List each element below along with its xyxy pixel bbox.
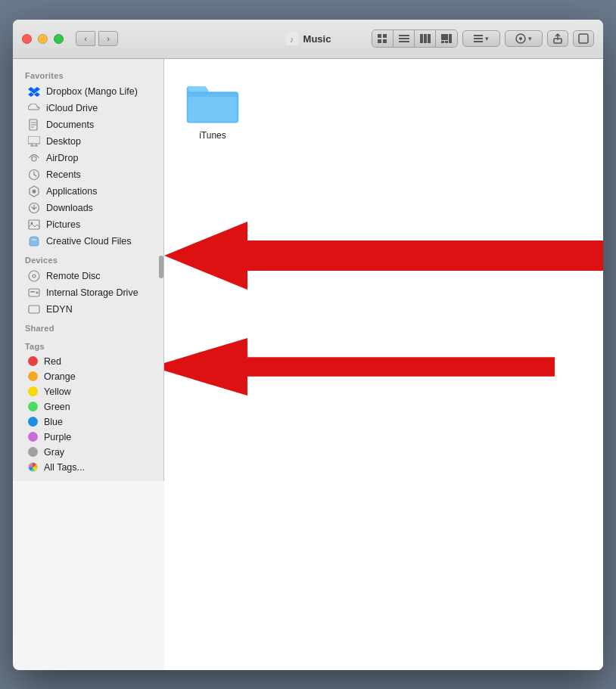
desktop-label: Desktop xyxy=(46,136,81,147)
applications-icon xyxy=(28,185,40,197)
sidebar-item-icloud[interactable]: iCloud Drive xyxy=(16,100,160,116)
devices-label: Devices xyxy=(13,250,163,268)
icon-view-button[interactable] xyxy=(372,30,394,47)
desktop-icon xyxy=(28,135,40,147)
svg-marker-38 xyxy=(164,337,555,395)
svg-rect-13 xyxy=(441,41,444,43)
svg-rect-3 xyxy=(383,34,387,38)
recents-icon xyxy=(28,169,40,181)
sidebar-item-tag-green[interactable]: Green xyxy=(16,399,160,414)
svg-rect-15 xyxy=(449,34,452,43)
favorites-label: Favorites xyxy=(13,65,163,83)
svg-rect-30 xyxy=(29,220,39,229)
list-view-button[interactable] xyxy=(394,30,415,47)
edyn-label: EDYN xyxy=(46,304,73,315)
scrollbar-track xyxy=(158,59,164,670)
svg-rect-36 xyxy=(30,291,35,293)
svg-point-33 xyxy=(33,275,36,278)
creative-cloud-label: Creative Cloud Files xyxy=(46,236,132,247)
sidebar-item-downloads[interactable]: Downloads xyxy=(16,200,160,216)
red-tag-label: Red xyxy=(44,356,61,367)
sidebar-item-all-tags[interactable]: All Tags... xyxy=(16,460,160,475)
internal-storage-icon xyxy=(28,287,40,299)
sidebar-item-tag-orange[interactable]: Orange xyxy=(16,369,160,384)
forward-button[interactable]: › xyxy=(98,31,118,46)
tags-label: Tags xyxy=(13,336,163,354)
toolbar: ▾ ▾ xyxy=(372,29,594,48)
airdrop-icon xyxy=(28,152,40,164)
sidebar-item-tag-purple[interactable]: Purple xyxy=(16,430,160,445)
sidebar-item-recents[interactable]: Recents xyxy=(16,166,160,183)
remote-disc-icon xyxy=(28,270,40,282)
sidebar-item-remote-disc[interactable]: Remote Disc xyxy=(16,268,160,284)
itunes-folder-icon xyxy=(185,80,240,126)
svg-rect-7 xyxy=(399,38,409,39)
applications-label: Applications xyxy=(46,186,97,197)
documents-label: Documents xyxy=(46,119,94,130)
sidebar-item-applications[interactable]: Applications xyxy=(16,183,160,200)
svg-text:♪: ♪ xyxy=(290,35,294,44)
shared-label: Shared xyxy=(13,318,163,336)
svg-rect-11 xyxy=(428,34,431,43)
purple-tag-dot xyxy=(28,432,38,442)
pictures-label: Pictures xyxy=(46,219,80,230)
sidebar-item-creative-cloud[interactable]: Creative Cloud Files xyxy=(16,233,160,250)
title-text: Music xyxy=(303,33,331,45)
svg-point-32 xyxy=(29,271,39,281)
blue-tag-label: Blue xyxy=(44,417,63,427)
sidebar-item-tag-blue[interactable]: Blue xyxy=(16,414,160,430)
svg-rect-4 xyxy=(378,39,381,43)
content-area: iTunes xyxy=(164,59,603,670)
svg-point-35 xyxy=(36,291,39,293)
dropbox-label: Dropbox (Mango Life) xyxy=(46,86,138,97)
sidebar-item-internal-storage[interactable]: Internal Storage Drive xyxy=(16,284,160,301)
orange-tag-dot xyxy=(28,371,38,381)
back-button[interactable]: ‹ xyxy=(76,31,95,46)
sidebar-wrapper: Favorites Dropbox (Mango Life) iCloud Dr… xyxy=(13,59,164,670)
maximize-button[interactable] xyxy=(54,34,64,44)
scrollbar-thumb[interactable] xyxy=(159,256,163,278)
action-button[interactable]: ▾ xyxy=(505,30,543,47)
svg-rect-16 xyxy=(474,35,483,36)
sidebar-item-documents[interactable]: Documents xyxy=(16,116,160,133)
window-title: ♪ Music xyxy=(285,32,331,45)
internal-storage-label: Internal Storage Drive xyxy=(46,287,138,298)
minimize-button[interactable] xyxy=(38,34,48,44)
yellow-tag-dot xyxy=(28,386,38,396)
sidebar-item-tag-red[interactable]: Red xyxy=(16,354,160,369)
share-button[interactable] xyxy=(547,30,568,47)
sidebar-item-dropbox[interactable]: Dropbox (Mango Life) xyxy=(16,83,160,100)
sidebar-item-tag-yellow[interactable]: Yellow xyxy=(16,384,160,399)
icloud-label: iCloud Drive xyxy=(46,103,98,113)
gallery-view-button[interactable] xyxy=(436,30,457,47)
close-button[interactable] xyxy=(22,34,32,44)
sidebar-item-desktop[interactable]: Desktop xyxy=(16,133,160,150)
tag-button[interactable] xyxy=(573,30,594,47)
svg-rect-17 xyxy=(474,38,483,39)
edyn-icon xyxy=(28,303,40,315)
traffic-lights xyxy=(22,34,64,44)
itunes-folder-label: iTunes xyxy=(199,130,226,141)
red-arrow xyxy=(164,210,603,301)
column-view-button[interactable] xyxy=(415,30,436,47)
svg-rect-5 xyxy=(383,39,387,43)
finder-window: ‹ › ♪ Music xyxy=(13,20,603,670)
view-buttons xyxy=(372,29,458,48)
blue-tag-dot xyxy=(28,417,38,427)
sidebar-item-edyn[interactable]: EDYN xyxy=(16,301,160,318)
all-tags-dot xyxy=(28,462,38,472)
svg-rect-8 xyxy=(399,41,409,42)
nav-buttons: ‹ › xyxy=(76,31,118,46)
itunes-folder-item[interactable]: iTunes xyxy=(179,74,246,147)
green-tag-label: Green xyxy=(44,402,70,412)
sidebar-item-tag-gray[interactable]: Gray xyxy=(16,445,160,460)
music-icon: ♪ xyxy=(285,32,299,45)
svg-rect-37 xyxy=(29,306,39,313)
sidebar-item-airdrop[interactable]: AirDrop xyxy=(16,150,160,166)
svg-rect-6 xyxy=(399,35,409,36)
svg-point-25 xyxy=(32,157,36,161)
svg-rect-24 xyxy=(28,136,40,144)
sidebar-item-pictures[interactable]: Pictures xyxy=(16,216,160,233)
arrange-button[interactable]: ▾ xyxy=(462,30,500,47)
pictures-icon xyxy=(28,219,40,231)
